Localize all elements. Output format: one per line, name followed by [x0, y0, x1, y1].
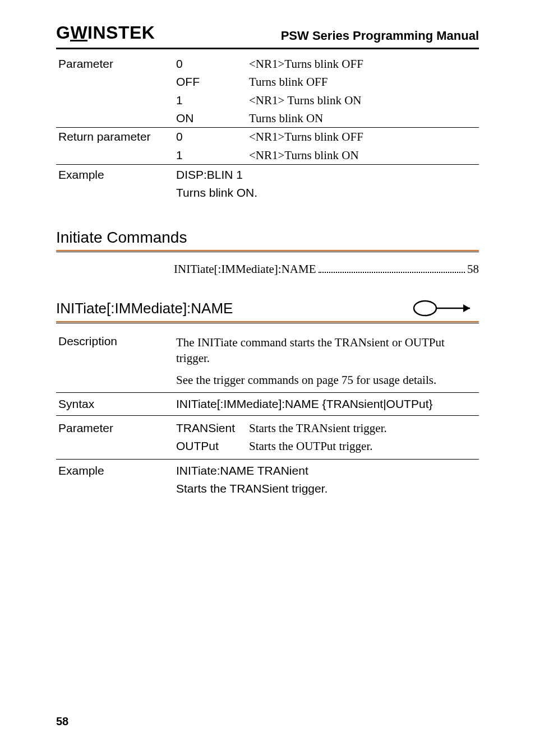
- syntax-row: Syntax INITiate[:IMMediate]:NAME {TRANsi…: [56, 396, 479, 412]
- toc-page: 58: [467, 262, 479, 276]
- param-val: 1: [174, 91, 247, 109]
- param-desc: <NR1>Turns blink OFF: [247, 55, 479, 73]
- logo-underline: [70, 40, 87, 41]
- param-desc: <NR1> Turns blink ON: [247, 91, 479, 109]
- divider: [56, 415, 479, 416]
- param-desc: Turns blink ON: [247, 109, 479, 128]
- table-row: Parameter 0 <NR1>Turns blink OFF: [56, 55, 479, 73]
- example-desc: Starts the TRANSient trigger.: [176, 482, 328, 495]
- subsection-row: INITiate[:IMMediate]:NAME: [56, 299, 479, 318]
- syntax-body: INITiate[:IMMediate]:NAME {TRANsient|OUT…: [174, 396, 479, 412]
- set-arrow-icon: [412, 299, 479, 318]
- description-p2: See the trigger commands on page 75 for …: [176, 372, 477, 388]
- divider: [56, 392, 479, 393]
- param-val: OFF: [174, 73, 247, 91]
- logo-part-2: INSTEK: [87, 22, 155, 43]
- page-header: GWINSTEK PSW Series Programming Manual: [56, 22, 479, 47]
- toc-label: INITiate[:IMMediate]:NAME: [174, 262, 316, 276]
- toc-dots: [319, 262, 465, 273]
- example-body: DISP:BLIN 1 Turns blink ON.: [174, 167, 260, 201]
- subsection-rule: [56, 321, 479, 323]
- description-p1: The INITiate command starts the TRANsien…: [176, 335, 477, 367]
- logo-part-u: W: [70, 22, 87, 43]
- table-row: Return parameter 0 <NR1>Turns blink OFF: [56, 128, 479, 146]
- example-code: INITiate:NAME TRANient: [176, 464, 328, 477]
- example-code: DISP:BLIN 1: [176, 168, 257, 182]
- example-block: Example DISP:BLIN 1 Turns blink ON.: [56, 167, 479, 201]
- param-desc: Starts the TRANsient trigger.: [247, 419, 479, 437]
- syntax-label: Syntax: [56, 396, 174, 412]
- logo-part-1: G: [56, 22, 70, 43]
- param-val: 0: [174, 55, 247, 73]
- parameter-label: Parameter: [56, 55, 174, 128]
- example-desc: Turns blink ON.: [176, 186, 257, 200]
- toc-entry: INITiate[:IMMediate]:NAME 58: [56, 262, 479, 276]
- manual-title: PSW Series Programming Manual: [281, 29, 479, 43]
- description-row: Description The INITiate command starts …: [56, 333, 479, 389]
- svg-point-0: [414, 301, 436, 316]
- param-val: TRANSient: [174, 419, 247, 437]
- parameter-table-2: Parameter TRANSient Starts the TRANsient…: [56, 419, 479, 456]
- example-label: Example: [56, 167, 174, 201]
- table-row: Parameter TRANSient Starts the TRANsient…: [56, 419, 479, 437]
- param-desc: <NR1>Turns blink OFF: [247, 128, 479, 146]
- param-val: ON: [174, 109, 247, 128]
- table-row: [56, 165, 479, 165]
- parameter-label: Parameter: [56, 419, 174, 456]
- param-val: 0: [174, 128, 247, 146]
- header-rule: [56, 48, 479, 49]
- example-block-2: Example INITiate:NAME TRANient Starts th…: [56, 463, 479, 497]
- param-val: 1: [174, 146, 247, 165]
- example-label: Example: [56, 463, 174, 497]
- section-rule: [56, 250, 479, 252]
- brand-logo: GWINSTEK: [56, 22, 155, 43]
- parameter-table: Parameter 0 <NR1>Turns blink OFF OFF Tur…: [56, 55, 479, 165]
- description-body: The INITiate command starts the TRANsien…: [174, 333, 479, 389]
- param-desc: <NR1>Turns blink ON: [247, 146, 479, 165]
- svg-marker-2: [463, 304, 470, 312]
- param-desc: Turns blink OFF: [247, 73, 479, 91]
- page-number: 58: [56, 715, 68, 728]
- subsection-heading: INITiate[:IMMediate]:NAME: [56, 300, 233, 317]
- param-val: OUTPut: [174, 437, 247, 455]
- param-desc: Starts the OUTPut trigger.: [247, 437, 479, 455]
- description-label: Description: [56, 333, 174, 389]
- divider: [56, 459, 479, 460]
- return-parameter-label: Return parameter: [56, 128, 174, 165]
- example-body: INITiate:NAME TRANient Starts the TRANSi…: [174, 463, 330, 497]
- section-heading: Initiate Commands: [56, 229, 479, 247]
